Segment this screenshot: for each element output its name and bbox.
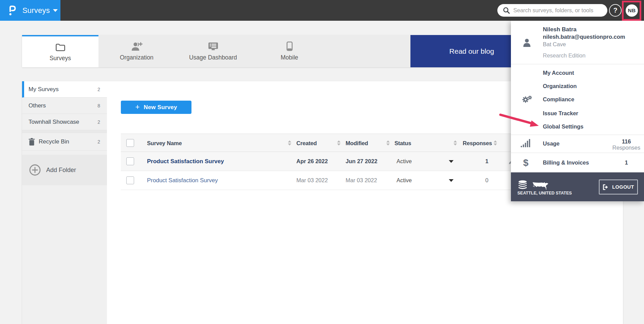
menu-divider	[511, 64, 644, 64]
add-folder-button[interactable]: Add Folder	[22, 155, 107, 185]
folder-count: 2	[97, 139, 100, 144]
menu-item-organization[interactable]: Organization	[543, 83, 577, 89]
folder-label: Others	[29, 102, 46, 109]
status-dropdown-caret[interactable]	[449, 152, 454, 171]
sort-icon[interactable]	[337, 140, 341, 146]
folder-count: 2	[97, 119, 100, 125]
product-switcher[interactable]: Surveys	[0, 0, 60, 21]
menu-item-issue-tracker[interactable]: Issue Tracker	[543, 110, 578, 117]
menu-item-my-account[interactable]: My Account	[543, 70, 574, 76]
folder-count: 8	[97, 103, 100, 108]
menu-divider	[511, 135, 644, 135]
created-cell: Apr 26 2022	[296, 152, 328, 171]
top-bar: Surveys ? NB	[0, 0, 644, 21]
sidebar-item-my-surveys[interactable]: My Surveys 2	[22, 81, 107, 98]
search-input[interactable]	[513, 7, 600, 14]
mobile-icon	[287, 41, 293, 51]
new-survey-label: New Survey	[144, 104, 177, 111]
column-header-modified[interactable]: Modified	[346, 134, 368, 152]
chevron-down-icon	[53, 9, 58, 12]
tab-label: Organization	[120, 54, 153, 61]
menu-item-billing[interactable]: Billing & Invoices	[543, 159, 589, 166]
question-mark-icon: ?	[613, 6, 617, 14]
tab-organization[interactable]: Organization	[98, 35, 175, 67]
sidebar-item-others[interactable]: Others 8	[22, 98, 107, 114]
logout-label: LOGOUT	[612, 184, 634, 190]
sidebar-item-recycle-bin[interactable]: Recycle Bin 2	[22, 133, 107, 151]
select-all-checkbox[interactable]	[126, 139, 134, 147]
modified-cell: Jun 27 2022	[346, 152, 378, 171]
dashboard-icon	[208, 41, 219, 51]
trash-icon	[29, 138, 35, 146]
gears-icon	[521, 95, 532, 104]
add-folder-label: Add Folder	[46, 167, 76, 174]
column-header-responses[interactable]: Responses	[463, 134, 492, 152]
account-dropdown: Nilesh Batra nilesh.batra@questionpro.co…	[511, 21, 644, 201]
column-header-created[interactable]: Created	[296, 134, 317, 152]
created-cell: Mar 03 2022	[296, 171, 328, 190]
search-icon	[503, 7, 510, 14]
tab-label: Usage Dashboard	[189, 54, 237, 61]
sort-icon[interactable]	[386, 140, 390, 146]
survey-name-link[interactable]: Product Satisfaction Survey	[147, 171, 218, 190]
sort-icon[interactable]	[494, 140, 497, 146]
sidebar-item-townhall-showcase[interactable]: Townhall Showcase 2	[22, 114, 107, 130]
user-name: Nilesh Batra	[543, 26, 576, 33]
folder-count: 2	[97, 87, 100, 92]
avatar-initials: NB	[628, 7, 636, 14]
tab-label: Mobile	[281, 54, 298, 61]
product-label: Surveys	[22, 0, 50, 21]
dollar-icon: $	[523, 157, 529, 168]
menu-footer: SEATTLE, UNITED STATES LOGOUT	[511, 172, 644, 201]
database-icon	[518, 180, 527, 190]
folders-sidebar: My Surveys 2 Others 8 Townhall Showcase …	[22, 81, 107, 324]
new-survey-button[interactable]: + New Survey	[121, 101, 191, 114]
survey-name-link[interactable]: Product Satisfaction Survey	[147, 152, 224, 171]
modified-cell: Mar 03 2022	[346, 171, 377, 190]
status-value: Active	[397, 171, 412, 190]
column-header-status[interactable]: Status	[394, 134, 411, 152]
questionpro-logo-icon	[9, 5, 16, 16]
logout-icon	[603, 184, 609, 190]
tab-mobile[interactable]: Mobile	[251, 35, 328, 67]
usage-bars-icon	[521, 139, 530, 148]
row-checkbox[interactable]	[126, 157, 134, 165]
menu-item-usage[interactable]: Usage	[543, 140, 559, 147]
usage-unit: Responses	[611, 144, 642, 151]
user-email: nilesh.batra@questionpro.com	[543, 34, 625, 40]
responses-cell[interactable]: 1	[481, 152, 493, 171]
help-button[interactable]: ?	[609, 4, 622, 17]
user-location: SEATTLE, UNITED STATES	[517, 191, 572, 195]
menu-item-compliance[interactable]: Compliance	[543, 96, 574, 103]
read-blog-label: Read our blog	[449, 47, 494, 55]
tab-usage-dashboard[interactable]: Usage Dashboard	[175, 35, 251, 67]
sort-icon[interactable]	[454, 140, 457, 146]
logout-button[interactable]: LOGOUT	[599, 180, 638, 194]
column-header-survey-name[interactable]: Survey Name	[147, 134, 182, 152]
plus-icon: +	[135, 103, 140, 112]
folder-label: My Surveys	[29, 86, 59, 93]
sidebar-divider	[22, 130, 107, 133]
status-value: Active	[397, 152, 412, 171]
menu-item-global-settings[interactable]: Global Settings	[543, 123, 584, 130]
usa-map-icon	[532, 181, 549, 190]
global-search[interactable]	[497, 4, 607, 17]
folder-icon	[55, 42, 66, 52]
usage-value: 116	[611, 138, 642, 145]
user-plus-icon	[131, 41, 143, 51]
license-edition: Research Edition	[543, 52, 586, 59]
avatar[interactable]: NB	[626, 4, 638, 17]
sidebar-gap	[22, 151, 107, 155]
folder-label: Townhall Showcase	[29, 119, 79, 125]
status-dropdown-caret[interactable]	[449, 171, 454, 190]
user-organization: Bat Cave	[543, 41, 566, 48]
user-icon	[523, 38, 531, 47]
row-checkbox[interactable]	[126, 176, 134, 184]
tab-label: Surveys	[50, 55, 71, 62]
sort-icon[interactable]	[288, 140, 291, 146]
plus-circle-icon	[29, 164, 41, 176]
menu-divider	[511, 153, 644, 153]
responses-cell[interactable]: 0	[481, 171, 493, 190]
billing-value: 1	[611, 159, 642, 166]
tab-surveys[interactable]: Surveys	[22, 35, 98, 67]
